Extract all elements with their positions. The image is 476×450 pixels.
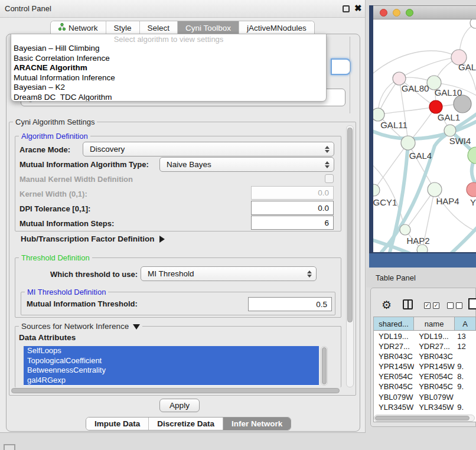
network-view-canvas[interactable]: GALGAL80GAL10GAL1GAL11SWI4GAL4GCY1HAP4YH… xyxy=(373,19,476,252)
data-attributes-label: Data Attributes xyxy=(19,333,76,342)
mi-steps-field[interactable]: 6 xyxy=(251,216,334,230)
dropdown-item[interactable]: Bayesian – Hill Climbing xyxy=(11,44,326,54)
network-node[interactable] xyxy=(454,95,471,113)
table-column-header[interactable]: shared... xyxy=(374,317,414,330)
settings-horizontal-scrollbar-thumb[interactable] xyxy=(11,388,340,393)
network-node[interactable] xyxy=(401,136,415,150)
dropdown-item[interactable]: Dream8 DC_TDC Algorithm xyxy=(11,93,326,102)
data-attributes-list[interactable]: SelfLoopsTopologicalCoefficientBetweenne… xyxy=(24,346,319,386)
network-node-label: SWI4 xyxy=(449,136,471,146)
network-window-border xyxy=(369,5,373,252)
unchecked-checkbox-icon[interactable] xyxy=(447,302,454,309)
attribute-list-item[interactable]: gal4RGexp xyxy=(24,376,319,386)
aracne-mode-label: Aracne Mode: xyxy=(19,145,70,154)
network-node-label: GAL1 xyxy=(438,112,460,122)
float-window-icon[interactable] xyxy=(343,5,350,12)
network-node[interactable] xyxy=(373,108,384,121)
checked-checkbox-icon[interactable]: ✓ xyxy=(433,302,439,309)
zoom-traffic-icon[interactable] xyxy=(406,9,413,17)
table-cell: YDL19... xyxy=(374,331,414,341)
table-column-header[interactable]: A xyxy=(455,317,476,330)
combo-spinner-icon xyxy=(307,270,312,278)
network-window-titlebar[interactable] xyxy=(373,5,476,19)
aracne-mode-combo[interactable]: Discovery xyxy=(83,142,334,156)
attribute-table[interactable]: shared...nameA YDL19...YDL19...13YDR27..… xyxy=(373,317,476,422)
mi-threshold-label: Mutual Information Threshold: xyxy=(27,299,138,308)
dropdown-item[interactable]: Mutual Information Inference xyxy=(11,73,326,83)
inference-algorithm-combo-partial[interactable] xyxy=(331,58,351,75)
table-row[interactable]: YBR043CYBR043C xyxy=(374,351,476,361)
kernel-width-field[interactable]: 0.0 xyxy=(251,186,334,200)
table-row[interactable]: YPR145WYPR145W9. xyxy=(374,361,476,371)
table-cell: YBR043C xyxy=(414,351,455,361)
attribute-list-item[interactable]: TopologicalCoefficient xyxy=(24,356,319,366)
table-cell: YPR145W xyxy=(374,361,414,371)
table-cell: YBR045C xyxy=(374,381,414,392)
mi-type-combo[interactable]: Naive Bayes xyxy=(159,157,334,172)
table-row[interactable]: YBR045CYBR045C9. xyxy=(374,381,476,392)
dropdown-item[interactable]: Bayesian – K2 xyxy=(11,83,326,93)
network-node-label: Y xyxy=(470,197,476,207)
table-row[interactable]: YDR27...YDR27...12 xyxy=(374,341,476,351)
network-node[interactable] xyxy=(444,125,456,136)
document-icon[interactable] xyxy=(468,298,476,309)
which-threshold-combo[interactable]: MI Threshold xyxy=(141,266,317,281)
table-horizontal-scrollbar[interactable] xyxy=(374,415,475,422)
dropdown-item[interactable]: ARACNE Algorithm xyxy=(11,63,326,73)
tab-cyni-toolbox[interactable]: Cyni Toolbox xyxy=(178,21,239,34)
tab-select[interactable]: Select xyxy=(140,21,178,34)
tab-style[interactable]: Style xyxy=(106,21,140,34)
table-row[interactable]: YBL079WYBL079W xyxy=(374,392,476,402)
dropdown-item[interactable]: Basic Correlation Inference xyxy=(11,54,326,64)
table-horizontal-scrollbar-thumb[interactable] xyxy=(375,416,470,420)
mi-steps-label: Mutual Information Steps: xyxy=(19,219,114,228)
mi-threshold-field[interactable]: 0.5 xyxy=(248,297,332,311)
app-root: Control Panel ✖ Network Style Select Cyn… xyxy=(0,0,476,450)
table-column-header[interactable]: name xyxy=(414,317,455,330)
network-node[interactable] xyxy=(467,182,476,197)
attributes-list-scrollbar-thumb[interactable] xyxy=(322,347,327,384)
attribute-list-item[interactable]: BetweennessCentrality xyxy=(24,366,319,376)
network-node[interactable] xyxy=(373,184,380,196)
network-node[interactable] xyxy=(428,182,442,197)
minimize-traffic-icon[interactable] xyxy=(393,9,400,17)
close-icon[interactable]: ✖ xyxy=(354,4,362,12)
table-cell: YBL079W xyxy=(374,392,414,402)
manual-kernel-checkbox[interactable] xyxy=(325,174,334,183)
close-traffic-icon[interactable] xyxy=(380,9,387,17)
tab-infer-network[interactable]: Infer Network xyxy=(223,418,291,430)
sources-legend[interactable]: Sources for Network Inference xyxy=(19,322,142,331)
attributes-list-scrollbar[interactable] xyxy=(321,346,328,386)
hub-definition-label: Hub/Transcription Factor Definition xyxy=(21,234,155,243)
network-edge[interactable] xyxy=(373,51,459,76)
unchecked-checkbox-icon[interactable] xyxy=(456,302,462,309)
table-row[interactable]: YDL19...YDL19...13 xyxy=(374,331,476,341)
table-cell: 9. xyxy=(455,402,476,412)
apply-button[interactable]: Apply xyxy=(159,399,200,412)
disclosure-expanded-icon xyxy=(133,324,140,330)
network-node[interactable] xyxy=(400,224,410,235)
network-edge[interactable] xyxy=(399,57,459,79)
tab-jactivemnodules[interactable]: jActiveMNodules xyxy=(239,21,314,34)
threshold-definition-legend: Threshold Definition xyxy=(19,253,92,262)
dpi-tolerance-field[interactable]: 0.0 xyxy=(251,201,334,215)
table-cell: YDR27... xyxy=(374,341,414,351)
table-row[interactable]: YLR345WYLR345W9. xyxy=(374,402,476,412)
tab-impute-data[interactable]: Impute Data xyxy=(86,418,149,430)
dpi-tolerance-label: DPI Tolerance [0,1]: xyxy=(19,204,90,213)
attribute-list-item[interactable]: SelfLoops xyxy=(24,346,319,356)
settings-horizontal-scrollbar[interactable] xyxy=(11,387,345,394)
split-columns-icon[interactable] xyxy=(403,299,413,309)
checked-checkbox-icon[interactable]: ✓ xyxy=(424,302,431,309)
network-node[interactable] xyxy=(470,19,476,28)
collapsed-panel-icon[interactable] xyxy=(4,444,15,450)
table-row[interactable]: YER054CYER054C8. xyxy=(374,371,476,381)
network-edge[interactable] xyxy=(378,107,436,115)
tab-network[interactable]: Network xyxy=(51,21,106,34)
settings-vertical-scrollbar[interactable] xyxy=(346,125,354,387)
settings-vertical-scrollbar-thumb[interactable] xyxy=(347,128,353,322)
tab-discretize-data[interactable]: Discretize Data xyxy=(149,418,223,430)
gear-icon[interactable]: ⚙ xyxy=(382,299,392,311)
hub-definition-disclosure[interactable]: Hub/Transcription Factor Definition xyxy=(21,234,165,243)
network-node[interactable] xyxy=(429,100,442,113)
